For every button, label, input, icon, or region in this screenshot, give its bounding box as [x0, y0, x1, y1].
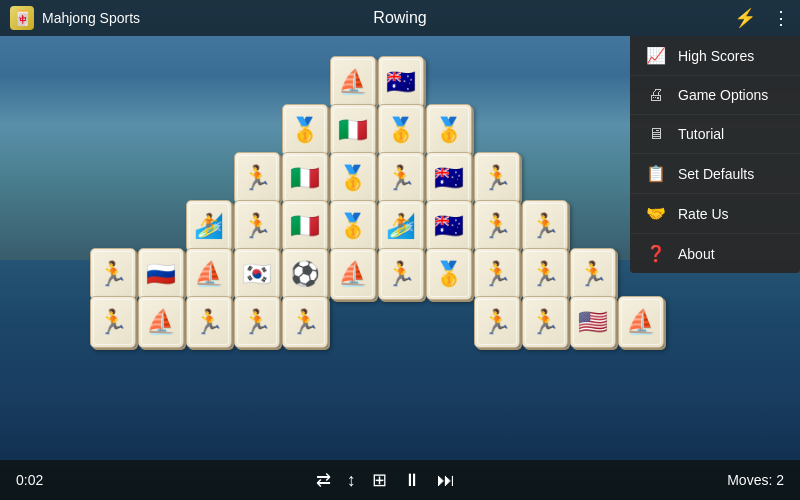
tile[interactable]: ⛵	[330, 248, 376, 300]
tile[interactable]: 🏃	[234, 296, 280, 348]
tiles-area: ⛵ 🇦🇺 🥇 🇮🇹 🥇 🥇 🏃 🇮🇹 🥇 🏃 🇦🇺 🏃 🏄 🏃 🇮🇹 🥇 🏄 🇦…	[0, 36, 630, 460]
tile[interactable]: 🏃	[90, 296, 136, 348]
tile[interactable]: 🏃	[570, 248, 616, 300]
tile[interactable]: 🇺🇸	[570, 296, 616, 348]
tile[interactable]: 🥇	[426, 248, 472, 300]
tile[interactable]: 🇦🇺	[378, 56, 424, 108]
rate-us-label: Rate Us	[678, 206, 729, 222]
menu-button[interactable]: ⋮	[772, 7, 790, 29]
tile[interactable]: 🏃	[282, 296, 328, 348]
tile[interactable]: 🏃	[522, 296, 568, 348]
tile[interactable]: 🏃	[90, 248, 136, 300]
grid-button[interactable]: ⊞	[372, 469, 387, 491]
top-bar: 🀄 Mahjong Sports Rowing ⚡ ⋮	[0, 0, 800, 36]
tile[interactable]: 🇷🇺	[138, 248, 184, 300]
tile[interactable]: 🇦🇺	[426, 200, 472, 252]
tile[interactable]: 🏃	[474, 296, 520, 348]
menu-item-high-scores[interactable]: 📈 High Scores	[630, 36, 800, 76]
moves-counter: Moves: 2	[727, 472, 784, 488]
bottom-controls: ⇄ ↕ ⊞ ⏸ ⏭	[316, 469, 455, 491]
tile[interactable]: 🏃	[234, 152, 280, 204]
high-scores-icon: 📈	[646, 46, 666, 65]
tile[interactable]: 🥇	[426, 104, 472, 156]
topbar-right-controls: ⚡ ⋮	[734, 7, 790, 29]
bottom-bar: 0:02 ⇄ ↕ ⊞ ⏸ ⏭ Moves: 2	[0, 460, 800, 500]
flash-icon[interactable]: ⚡	[734, 7, 756, 29]
set-defaults-label: Set Defaults	[678, 166, 754, 182]
tile[interactable]: ⛵	[186, 248, 232, 300]
tile[interactable]: 🏄	[378, 200, 424, 252]
tile[interactable]: 🥇	[330, 152, 376, 204]
about-icon: ❓	[646, 244, 666, 263]
skip-button[interactable]: ⏭	[437, 470, 455, 491]
menu-item-set-defaults[interactable]: 📋 Set Defaults	[630, 154, 800, 194]
tile[interactable]: 🏃	[522, 248, 568, 300]
tile[interactable]: 🇮🇹	[330, 104, 376, 156]
rate-us-icon: 🤝	[646, 204, 666, 223]
tile[interactable]: 🏃	[474, 200, 520, 252]
tile[interactable]: ⛵	[138, 296, 184, 348]
tile[interactable]: 🏃	[186, 296, 232, 348]
tutorial-icon: 🖥	[646, 125, 666, 143]
tile[interactable]: 🇦🇺	[426, 152, 472, 204]
high-scores-label: High Scores	[678, 48, 754, 64]
dropdown-menu: 📈 High Scores 🖨 Game Options 🖥 Tutorial …	[630, 36, 800, 273]
timer-display: 0:02	[16, 472, 43, 488]
tile[interactable]: ⛵	[618, 296, 664, 348]
tile[interactable]: 🇮🇹	[282, 152, 328, 204]
tile[interactable]: 🥇	[282, 104, 328, 156]
game-options-icon: 🖨	[646, 86, 666, 104]
tutorial-label: Tutorial	[678, 126, 724, 142]
tile[interactable]: 🏃	[474, 152, 520, 204]
tile[interactable]: 🥇	[330, 200, 376, 252]
about-label: About	[678, 246, 715, 262]
tile[interactable]: 🥇	[378, 104, 424, 156]
tile[interactable]: 🏃	[378, 152, 424, 204]
tile[interactable]: 🏃	[522, 200, 568, 252]
app-icon: 🀄	[10, 6, 34, 30]
tile[interactable]: 🏃	[234, 200, 280, 252]
tile[interactable]: 🏃	[474, 248, 520, 300]
game-title: Rowing	[373, 9, 426, 27]
tile[interactable]: 🇮🇹	[282, 200, 328, 252]
menu-item-game-options[interactable]: 🖨 Game Options	[630, 76, 800, 115]
set-defaults-icon: 📋	[646, 164, 666, 183]
app-title-area: 🀄 Mahjong Sports	[10, 6, 140, 30]
sort-button[interactable]: ↕	[347, 470, 356, 491]
tile[interactable]: ⚽	[282, 248, 328, 300]
menu-item-tutorial[interactable]: 🖥 Tutorial	[630, 115, 800, 154]
menu-item-about[interactable]: ❓ About	[630, 234, 800, 273]
pause-button[interactable]: ⏸	[403, 470, 421, 491]
tile[interactable]: ⛵	[330, 56, 376, 108]
tile[interactable]: 🏃	[378, 248, 424, 300]
tile[interactable]: 🇰🇷	[234, 248, 280, 300]
tile[interactable]: 🏄	[186, 200, 232, 252]
shuffle-button[interactable]: ⇄	[316, 469, 331, 491]
app-title: Mahjong Sports	[42, 10, 140, 26]
menu-item-rate-us[interactable]: 🤝 Rate Us	[630, 194, 800, 234]
game-options-label: Game Options	[678, 87, 768, 103]
